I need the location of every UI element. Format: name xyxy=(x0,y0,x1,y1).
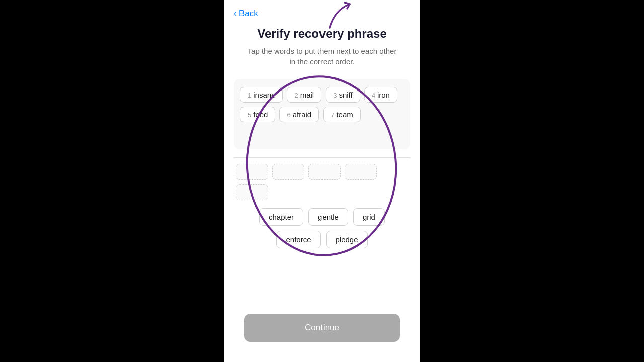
selected-words-area: 1insane 2mail 3sniff 4iron 5feed 6afraid… xyxy=(234,79,410,149)
phone-screen: ‹ Back Verify recovery phrase Tap the wo… xyxy=(224,0,420,362)
option-grid[interactable]: grid xyxy=(353,208,385,226)
page-subtitle: Tap the words to put them next to each o… xyxy=(234,46,410,67)
selected-word-6[interactable]: 6afraid xyxy=(279,107,319,122)
empty-slots-area xyxy=(234,164,410,200)
back-button[interactable]: ‹ Back xyxy=(224,0,420,23)
selected-word-2[interactable]: 2mail xyxy=(287,87,321,103)
back-label: Back xyxy=(239,9,258,19)
option-gentle[interactable]: gentle xyxy=(308,208,348,226)
selected-word-1[interactable]: 1insane xyxy=(240,87,283,103)
word-options-area: chapter gentle grid enforce pledge xyxy=(234,208,410,248)
back-chevron-icon: ‹ xyxy=(234,8,237,19)
divider xyxy=(234,157,410,158)
selected-word-5[interactable]: 5feed xyxy=(240,107,275,122)
selected-word-3[interactable]: 3sniff xyxy=(326,87,360,103)
selected-word-4[interactable]: 4iron xyxy=(364,87,397,103)
empty-slot-4 xyxy=(345,164,377,180)
continue-button[interactable]: Continue xyxy=(244,314,400,342)
bottom-bar: Continue xyxy=(224,314,420,362)
option-chapter[interactable]: chapter xyxy=(259,208,303,226)
empty-slot-3 xyxy=(308,164,341,180)
empty-slot-2 xyxy=(272,164,304,180)
empty-slot-5 xyxy=(236,184,268,200)
option-pledge[interactable]: pledge xyxy=(326,231,368,248)
option-enforce[interactable]: enforce xyxy=(276,231,320,248)
page-title: Verify recovery phrase xyxy=(257,27,387,41)
empty-slot-1 xyxy=(236,164,268,180)
selected-word-7[interactable]: 7team xyxy=(323,107,361,122)
main-content: Verify recovery phrase Tap the words to … xyxy=(224,23,420,314)
